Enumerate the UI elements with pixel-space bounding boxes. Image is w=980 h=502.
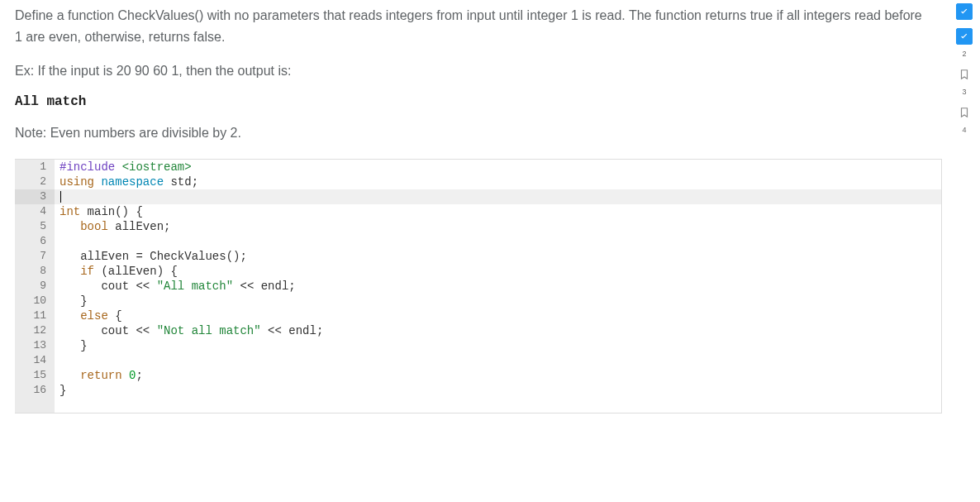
- example-label: Ex: If the input is 20 90 60 1, then the…: [15, 60, 927, 82]
- line-number: 13: [15, 338, 55, 353]
- code-content[interactable]: using namespace std;: [55, 175, 941, 189]
- line-number: 7: [15, 249, 55, 264]
- problem-instruction: Define a function CheckValues() with no …: [15, 5, 927, 49]
- line-number: 10: [15, 294, 55, 308]
- code-content[interactable]: bool allEven;: [55, 219, 941, 234]
- code-editor[interactable]: 1#include <iostream>2using namespace std…: [15, 159, 942, 414]
- code-line[interactable]: 5 bool allEven;: [15, 219, 941, 234]
- code-content[interactable]: return 0;: [55, 368, 941, 383]
- progress-step[interactable]: [956, 3, 973, 20]
- code-line[interactable]: 4int main() {: [15, 204, 941, 219]
- line-number: 4: [15, 204, 55, 219]
- line-number: 3: [15, 189, 55, 204]
- line-number: 5: [15, 219, 55, 234]
- progress-step-label: 3: [962, 88, 966, 96]
- code-line[interactable]: 8 if (allEven) {: [15, 264, 941, 279]
- code-line[interactable]: 14: [15, 353, 941, 368]
- progress-step-label: 4: [962, 126, 966, 134]
- code-line[interactable]: 1#include <iostream>: [15, 160, 941, 175]
- progress-step-box[interactable]: [956, 3, 973, 20]
- problem-note: Note: Even numbers are divisible by 2.: [15, 122, 927, 144]
- progress-step-box[interactable]: [956, 28, 973, 45]
- code-line[interactable]: 16}: [15, 383, 941, 398]
- problem-area: Define a function CheckValues() with no …: [0, 0, 942, 427]
- code-content[interactable]: cout << "All match" << endl;: [55, 279, 941, 294]
- line-number: 6: [15, 234, 55, 249]
- line-number: 11: [15, 308, 55, 323]
- check-icon: [959, 6, 970, 17]
- bookmark-icon: [959, 69, 970, 80]
- code-line[interactable]: 9 cout << "All match" << endl;: [15, 279, 941, 294]
- line-number: 16: [15, 383, 55, 398]
- code-line[interactable]: 7 allEven = CheckValues();: [15, 249, 941, 264]
- code-content[interactable]: #include <iostream>: [55, 160, 941, 175]
- code-line[interactable]: 6: [15, 234, 941, 249]
- code-content[interactable]: }: [55, 338, 941, 353]
- code-content[interactable]: }: [55, 383, 941, 398]
- code-content[interactable]: cout << "Not all match" << endl;: [55, 323, 941, 338]
- bookmark-icon[interactable]: [956, 66, 973, 83]
- bookmark-icon: [959, 107, 970, 118]
- line-number: 8: [15, 264, 55, 279]
- line-number: 9: [15, 279, 55, 294]
- line-number: 1: [15, 160, 55, 175]
- progress-step[interactable]: 3: [956, 66, 973, 96]
- code-line[interactable]: 3: [15, 189, 941, 204]
- line-number: 12: [15, 323, 55, 338]
- expected-output: All match: [15, 94, 927, 109]
- code-line[interactable]: 13 }: [15, 338, 941, 353]
- code-content[interactable]: allEven = CheckValues();: [55, 249, 941, 264]
- bookmark-icon[interactable]: [956, 104, 973, 121]
- progress-step[interactable]: 2: [956, 28, 973, 58]
- code-content[interactable]: if (allEven) {: [55, 264, 941, 279]
- text-cursor: [60, 191, 61, 203]
- line-number: 15: [15, 368, 55, 383]
- progress-step-label: 2: [962, 50, 966, 58]
- code-content[interactable]: [55, 189, 941, 204]
- code-line[interactable]: 12 cout << "Not all match" << endl;: [15, 323, 941, 338]
- line-number: 14: [15, 353, 55, 368]
- code-line[interactable]: 10 }: [15, 294, 941, 308]
- code-content[interactable]: [55, 234, 941, 249]
- line-number: 2: [15, 175, 55, 189]
- code-content[interactable]: else {: [55, 308, 941, 323]
- code-content[interactable]: [55, 353, 941, 368]
- code-line[interactable]: 15 return 0;: [15, 368, 941, 383]
- check-icon: [959, 31, 970, 42]
- progress-sidebar: 234: [952, 3, 977, 142]
- code-content[interactable]: }: [55, 294, 941, 308]
- code-line[interactable]: 11 else {: [15, 308, 941, 323]
- code-line[interactable]: 2using namespace std;: [15, 175, 941, 189]
- progress-step[interactable]: 4: [956, 104, 973, 134]
- code-content[interactable]: int main() {: [55, 204, 941, 219]
